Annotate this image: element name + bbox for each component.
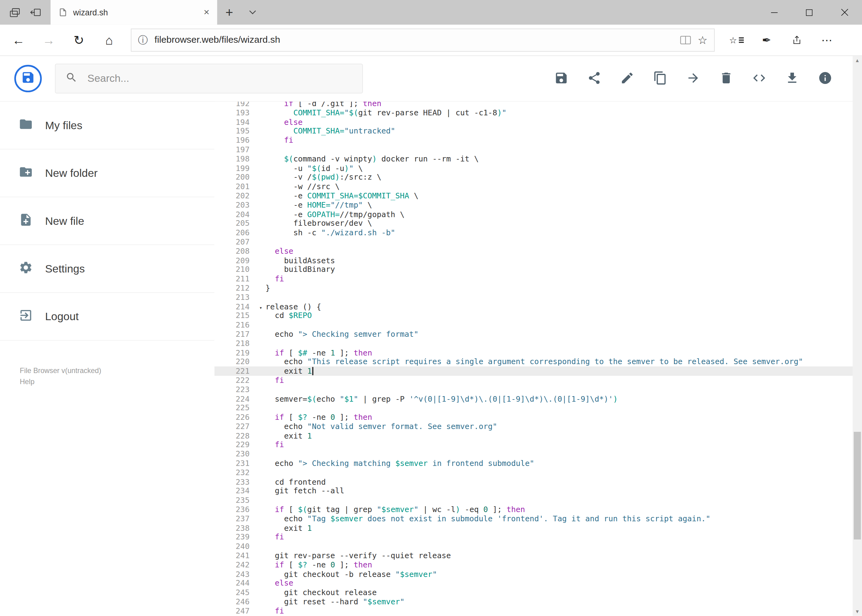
toolbar-rename-button[interactable]: [614, 66, 640, 92]
code-line-229[interactable]: 229 fi: [214, 440, 862, 449]
code-line-244[interactable]: 244 else: [214, 579, 862, 588]
code-line-233[interactable]: 233 cd frontend: [214, 477, 862, 487]
scroll-down-arrow-icon[interactable]: ▼: [853, 607, 862, 616]
site-info-icon[interactable]: ⓘ: [138, 33, 148, 47]
code-line-225[interactable]: 225: [214, 404, 862, 413]
code-line-231[interactable]: 231 echo "> Checking matching $semver in…: [214, 459, 862, 468]
code-line-216[interactable]: 216: [214, 321, 862, 330]
share-button[interactable]: [782, 27, 812, 53]
code-line-212[interactable]: 212}: [214, 284, 862, 293]
code-line-224[interactable]: 224 semver=$(echo "$1" | grep -P '^v(0|[…: [214, 394, 862, 404]
code-line-220[interactable]: 220 echo "This release script requires a…: [214, 357, 862, 366]
code-line-241[interactable]: 241 git rev-parse --verify --quiet relea…: [214, 551, 862, 560]
code-line-193[interactable]: 193 COMMIT_SHA="$(git rev-parse HEAD | c…: [214, 108, 862, 118]
code-line-227[interactable]: 227 echo "Not valid semver format. See s…: [214, 422, 862, 431]
code-line-205[interactable]: 205 filebrowser/dev \: [214, 219, 862, 228]
sidebar-item-my-files[interactable]: My files: [0, 102, 214, 149]
code-line-219[interactable]: 219 if [ $# -ne 1 ]; then: [214, 348, 862, 357]
code-line-228[interactable]: 228 exit 1: [214, 431, 862, 440]
code-editor[interactable]: 192 if [ -d /.git ]; then193 COMMIT_SHA=…: [214, 102, 862, 616]
filebrowser-logo[interactable]: [14, 65, 41, 92]
favorite-star-icon[interactable]: ☆: [698, 33, 708, 47]
home-button[interactable]: ⌂: [94, 27, 124, 53]
code-line-203[interactable]: 203 -e HOME="//tmp" \: [214, 201, 862, 210]
reading-view-icon[interactable]: [680, 36, 691, 45]
toolbar-share-button[interactable]: [581, 66, 607, 92]
code-line-201[interactable]: 201 -w //src \: [214, 182, 862, 191]
sidebar-item-new-file[interactable]: New file: [0, 197, 214, 245]
url-field[interactable]: ⓘ filebrowser.web/files/wizard.sh ☆: [131, 28, 715, 52]
search-box[interactable]: [55, 64, 363, 93]
code-line-207[interactable]: 207: [214, 237, 862, 247]
toolbar-delete-button[interactable]: [713, 66, 739, 92]
code-line-192[interactable]: 192 if [ -d /.git ]; then: [214, 102, 862, 108]
code-line-210[interactable]: 210 buildBinary: [214, 265, 862, 274]
search-input[interactable]: [86, 72, 352, 85]
tab-preview-button[interactable]: [30, 6, 41, 19]
scroll-up-arrow-icon[interactable]: ▲: [853, 56, 862, 65]
code-line-222[interactable]: 222 fi: [214, 376, 862, 385]
code-line-239[interactable]: 239 fi: [214, 533, 862, 542]
tabs-set-aside-button[interactable]: [9, 6, 21, 19]
window-minimize-button[interactable]: [756, 0, 791, 25]
more-menu-button[interactable]: ⋯: [812, 27, 842, 53]
page-scrollbar[interactable]: ▲ ▼: [853, 56, 862, 616]
code-line-199[interactable]: 199 -u "$(id -u)" \: [214, 163, 862, 173]
sidebar-item-logout[interactable]: Logout: [0, 293, 214, 341]
toolbar-code-button[interactable]: [746, 66, 772, 92]
code-line-194[interactable]: 194 else: [214, 118, 862, 127]
code-line-246[interactable]: 246 git reset --hard "$semver": [214, 597, 862, 607]
help-link[interactable]: Help: [20, 376, 214, 388]
new-tab-button[interactable]: +: [217, 0, 241, 25]
sidebar-item-settings[interactable]: Settings: [0, 245, 214, 293]
code-line-226[interactable]: 226 if [ $? -ne 0 ]; then: [214, 413, 862, 422]
code-line-206[interactable]: 206 sh -c "./wizard.sh -b": [214, 228, 862, 237]
toolbar-download-button[interactable]: [779, 66, 805, 92]
code-line-200[interactable]: 200 -v /$(pwd):/src:z \: [214, 173, 862, 182]
code-line-230[interactable]: 230: [214, 449, 862, 459]
code-line-218[interactable]: 218: [214, 339, 862, 348]
sidebar-item-new-folder[interactable]: New folder: [0, 149, 214, 197]
code-line-221[interactable]: 221 exit 1: [214, 366, 862, 376]
scrollbar-track[interactable]: [853, 65, 862, 607]
toolbar-info-button[interactable]: [812, 66, 838, 92]
code-line-232[interactable]: 232: [214, 468, 862, 477]
code-line-197[interactable]: 197: [214, 145, 862, 154]
code-line-213[interactable]: 213: [214, 293, 862, 302]
toolbar-move-button[interactable]: [680, 66, 707, 92]
code-line-247[interactable]: 247 fi: [214, 607, 862, 616]
hub-favorites-button[interactable]: ☆: [721, 27, 752, 53]
browser-tab[interactable]: wizard.sh ×: [50, 0, 217, 25]
code-line-236[interactable]: 236 if [ $(git tag | grep "$semver" | wc…: [214, 505, 862, 514]
code-line-237[interactable]: 237 echo "Tag $semver does not exist in …: [214, 514, 862, 523]
code-line-223[interactable]: 223: [214, 385, 862, 394]
forward-button[interactable]: →: [33, 27, 64, 53]
tab-list-chevron-icon[interactable]: [241, 0, 263, 25]
refresh-button[interactable]: ↻: [64, 27, 94, 53]
code-line-235[interactable]: 235: [214, 496, 862, 505]
window-close-button[interactable]: [827, 0, 862, 25]
code-line-217[interactable]: 217 echo "> Checking semver format": [214, 330, 862, 339]
code-line-238[interactable]: 238 exit 1: [214, 523, 862, 533]
code-line-208[interactable]: 208 else: [214, 247, 862, 256]
code-line-202[interactable]: 202 -e COMMIT_SHA=$COMMIT_SHA \: [214, 191, 862, 201]
code-line-211[interactable]: 211 fi: [214, 274, 862, 284]
back-button[interactable]: ←: [3, 27, 33, 53]
code-line-245[interactable]: 245 git checkout release: [214, 588, 862, 597]
code-line-195[interactable]: 195 COMMIT_SHA="untracked": [214, 127, 862, 136]
web-note-pen-icon[interactable]: ✒: [752, 27, 782, 53]
toolbar-save-button[interactable]: [548, 66, 575, 92]
fold-marker-icon[interactable]: ▾: [259, 303, 262, 312]
code-line-242[interactable]: 242 if [ $? -ne 0 ]; then: [214, 560, 862, 570]
code-line-215[interactable]: 215 cd $REPO: [214, 311, 862, 321]
code-line-204[interactable]: 204 -e GOPATH=//tmp/gopath \: [214, 210, 862, 219]
code-line-196[interactable]: 196 fi: [214, 136, 862, 145]
scrollbar-thumb[interactable]: [854, 432, 861, 539]
code-line-240[interactable]: 240: [214, 542, 862, 551]
code-line-214[interactable]: 214▾release () {: [214, 302, 862, 311]
code-line-198[interactable]: 198 $(command -v winpty) docker run --rm…: [214, 154, 862, 163]
code-line-209[interactable]: 209 buildAssets: [214, 256, 862, 265]
code-line-243[interactable]: 243 git checkout -b release "$semver": [214, 570, 862, 579]
tab-close-icon[interactable]: ×: [200, 6, 213, 18]
toolbar-copy-button[interactable]: [647, 66, 674, 92]
